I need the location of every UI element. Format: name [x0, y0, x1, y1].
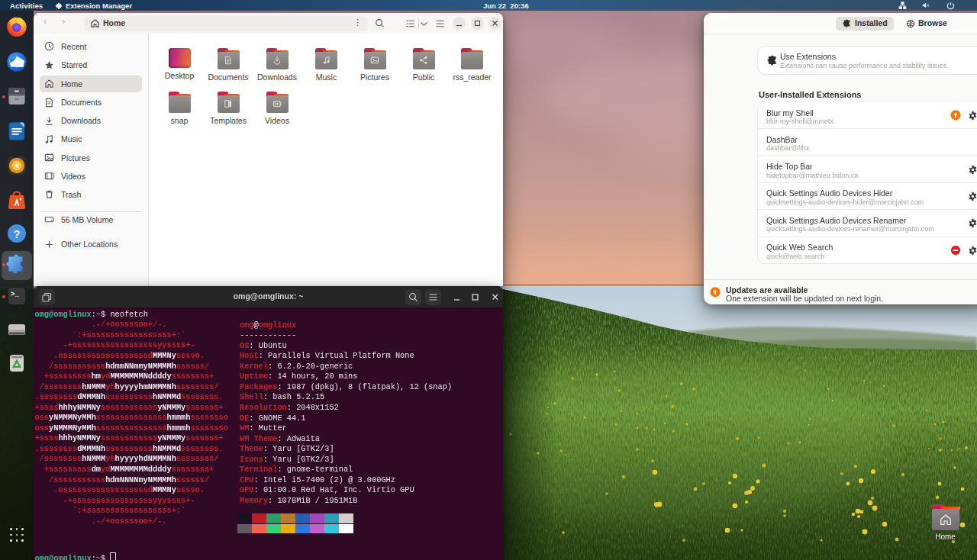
- svg-text:>_: >_: [11, 291, 19, 298]
- svg-text:?: ?: [13, 227, 20, 240]
